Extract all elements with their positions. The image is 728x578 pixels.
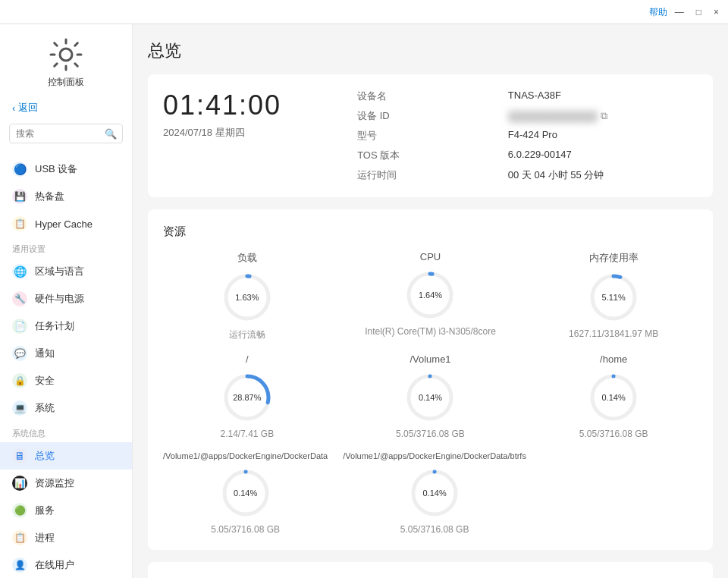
online-users-icon: 👤	[12, 558, 27, 573]
back-arrow-icon: ‹	[12, 102, 15, 114]
disk-docker-item: /Volume1/@apps/DockerEngine/DockerData 0…	[163, 451, 328, 535]
disk-docker-path: /Volume1/@apps/DockerEngine/DockerData	[163, 451, 328, 460]
sidebar-item-security[interactable]: 🔒 安全	[0, 367, 132, 394]
maximize-button[interactable]: □	[696, 7, 701, 17]
schedule-icon: 📄	[12, 319, 27, 334]
device-id-value: ████████████	[508, 111, 598, 122]
sidebar-back-button[interactable]: ‹ 返回	[0, 95, 132, 121]
mem-value: 5.11%	[602, 293, 626, 302]
sidebar-item-label: 热备盘	[35, 190, 64, 203]
load-status: 运行流畅	[229, 328, 265, 341]
search-icon: 🔍	[105, 128, 117, 140]
sidebar-item-label: 总览	[35, 449, 55, 463]
disk-home-path: /home	[600, 353, 627, 365]
disk-btrfs-path: /Volume1/@apps/DockerEngine/DockerData/b…	[343, 451, 526, 460]
titlebar: 帮助 — □ ×	[0, 0, 728, 24]
system-icon: 💻	[12, 401, 27, 416]
model-value: F4-424 Pro	[508, 129, 698, 143]
sidebar-app-title: 控制面板	[48, 76, 84, 89]
mem-gauge: 5.11%	[587, 271, 640, 324]
uptime-value: 00 天 04 小时 55 分钟	[508, 168, 698, 182]
hypercache-icon: 📋	[12, 216, 27, 231]
mem-detail: 1627.11/31841.97 MB	[569, 328, 658, 339]
cpu-gauge-item: CPU 1.64% Intel(R) Core(TM) i3-N305/8cor…	[347, 251, 515, 341]
sidebar-item-label: 进程	[35, 531, 55, 545]
disk-docker-gauge: 0.14%	[219, 466, 272, 520]
load-value: 1.63%	[235, 293, 259, 302]
sidebar-item-label: 区域与语言	[35, 265, 84, 278]
resource-card: 资源 负载 1.63% 运行流畅 CPU	[148, 209, 713, 550]
sidebar-item-label: 系统	[35, 401, 55, 415]
gear-icon	[48, 36, 84, 73]
sidebar-item-label: 安全	[35, 374, 55, 388]
load-gauge-item: 负载 1.63% 运行流畅	[163, 251, 331, 341]
sidebar-item-hotdisk[interactable]: 💾 热备盘	[0, 183, 132, 210]
back-label: 返回	[18, 101, 38, 115]
device-id-label: 设备 ID	[357, 109, 490, 123]
disk-vol1-value: 0.14%	[419, 393, 442, 402]
sidebar-item-online-users[interactable]: 👤 在线用户	[0, 551, 132, 578]
sidebar-item-label: 任务计划	[35, 319, 74, 333]
minimize-button[interactable]: —	[675, 7, 684, 17]
help-link[interactable]: 帮助	[649, 6, 667, 19]
disk-home-gauge: 0.14%	[587, 371, 640, 424]
sidebar-item-usb[interactable]: 🔵 USB 设备	[0, 155, 132, 183]
general-settings-label: 通用设置	[0, 237, 132, 258]
sidebar-item-service[interactable]: 🟢 服务	[0, 497, 132, 524]
disk-root-detail: 2.14/7.41 GB	[220, 429, 274, 439]
disk-btrfs-item: /Volume1/@apps/DockerEngine/DockerData/b…	[343, 451, 526, 535]
sidebar-item-label: 资源监控	[35, 476, 74, 490]
sidebar-item-schedule[interactable]: 📄 任务计划	[0, 313, 132, 340]
main-content: 总览 01:41:00 2024/07/18 星期四 设备名 TNAS-A38F…	[133, 24, 728, 578]
sidebar-item-label: 通知	[35, 347, 55, 360]
disk-btrfs-detail: 5.05/3716.08 GB	[400, 524, 469, 535]
page-title: 总览	[148, 39, 713, 62]
disk-vol1-gauge: 0.14%	[403, 371, 457, 424]
load-label: 负载	[237, 251, 257, 265]
svg-point-0	[60, 49, 72, 61]
process-icon: 📋	[12, 530, 27, 545]
date-display: 2024/07/18 星期四	[163, 126, 281, 140]
sidebar-item-label: 硬件与电源	[35, 292, 84, 306]
mem-label: 内存使用率	[589, 251, 639, 265]
sidebar-item-notify[interactable]: 💬 通知	[0, 340, 132, 367]
mem-gauge-item: 内存使用率 5.11% 1627.11/31841.97 MB	[529, 251, 698, 341]
load-gauge: 1.63%	[221, 271, 274, 324]
resource-icon: 📊	[12, 476, 27, 491]
hardware-icon: 🔧	[12, 291, 27, 306]
sidebar-item-label: USB 设备	[35, 162, 77, 176]
disk-vol1-detail: 5.05/3716.08 GB	[396, 429, 465, 439]
disk-vol1-path: /Volume1	[410, 353, 450, 365]
disk-home-detail: 5.05/3716.08 GB	[579, 429, 648, 439]
disk-btrfs-gauge: 0.14%	[408, 466, 461, 520]
notify-icon: 💬	[12, 346, 27, 361]
sidebar-item-label: Hyper Cache	[35, 218, 93, 230]
close-button[interactable]: ×	[714, 7, 719, 17]
disk-empty-slot	[541, 451, 698, 535]
copy-icon[interactable]: ⧉	[601, 110, 607, 122]
sidebar-item-process[interactable]: 📋 进程	[0, 524, 132, 551]
sidebar-search[interactable]: 🔍	[9, 124, 123, 143]
sidebar-item-hypercache[interactable]: 📋 Hyper Cache	[0, 210, 132, 237]
disk-docker-value: 0.14%	[234, 488, 257, 498]
disk-root-path: /	[246, 353, 249, 365]
disk-docker-detail: 5.05/3716.08 GB	[211, 524, 280, 535]
resource-section-title: 资源	[163, 225, 698, 239]
sidebar-item-label: 在线用户	[35, 558, 74, 572]
sidebar-item-overview[interactable]: 🖥 总览	[0, 442, 132, 470]
disk-root-gauge: 28.87%	[221, 371, 274, 424]
sidebar-item-resource-monitor[interactable]: 📊 资源监控	[0, 470, 132, 497]
sidebar-item-system[interactable]: 💻 系统	[0, 394, 132, 422]
region-icon: 🌐	[12, 264, 27, 279]
overview-icon: 🖥	[12, 448, 27, 463]
disk-btrfs-value: 0.14%	[422, 488, 446, 498]
disk-row-2: /Volume1/@apps/DockerEngine/DockerData 0…	[163, 451, 698, 535]
tos-label: TOS 版本	[357, 149, 490, 162]
hotdisk-icon: 💾	[12, 189, 27, 204]
sidebar-item-region[interactable]: 🌐 区域与语言	[0, 258, 132, 285]
device-name-value: TNAS-A38F	[508, 90, 698, 103]
sidebar-item-hardware-power[interactable]: 🔧 硬件与电源	[0, 285, 132, 313]
usb-icon: 🔵	[12, 162, 27, 177]
cpu-gauge: 1.64%	[403, 269, 457, 322]
info-card: 01:41:00 2024/07/18 星期四 设备名 TNAS-A38F 设备…	[148, 74, 713, 197]
